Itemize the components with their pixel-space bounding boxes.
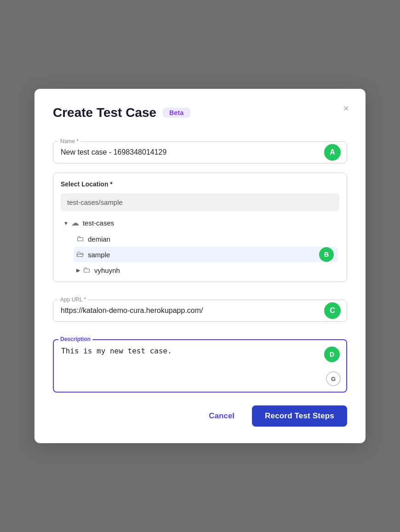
chevron-down-icon: ▼ — [63, 220, 69, 226]
tree-label-demian: demian — [88, 235, 110, 243]
description-wrapper: This is my new test case. D G — [53, 339, 347, 393]
location-tree: ▼ ☁ test-cases 🗀 demian 🗁 sam — [61, 215, 339, 278]
folder-icon-vyhuynh: 🗀 — [83, 266, 91, 275]
location-title: Select Location * — [61, 180, 339, 188]
modal-dialog: Create Test Case Beta × Name * A Select … — [34, 89, 366, 443]
chevron-right-icon: ▶ — [76, 267, 80, 273]
modal-title: Create Test Case — [53, 105, 156, 120]
description-label: Description — [58, 336, 92, 342]
name-label: Name * — [58, 138, 80, 145]
description-avatar: D — [324, 347, 340, 362]
app-url-input-wrapper: C — [53, 300, 347, 322]
tree-label-test-cases: test-cases — [83, 219, 114, 227]
tree-children: 🗀 demian 🗁 sample B ▶ 🗀 — [61, 231, 337, 278]
cloud-icon: ☁ — [71, 218, 79, 228]
folder-open-icon-sample: 🗁 — [76, 250, 84, 259]
description-field-group: Description This is my new test case. D … — [53, 331, 347, 393]
tree-label-vyhuynh: vyhuynh — [94, 266, 120, 274]
app-url-avatar: C — [324, 302, 341, 319]
modal-overlay: Create Test Case Beta × Name * A Select … — [0, 0, 400, 532]
location-section: Select Location * ▼ ☁ test-cases 🗀 demia… — [53, 173, 347, 282]
modal-header: Create Test Case Beta — [53, 105, 347, 120]
cancel-button[interactable]: Cancel — [200, 407, 243, 425]
tree-item-test-cases[interactable]: ▼ ☁ test-cases — [61, 215, 337, 231]
location-path-input[interactable] — [61, 193, 339, 211]
folder-icon-demian: 🗀 — [76, 234, 84, 243]
sample-avatar: B — [319, 247, 334, 262]
record-test-steps-button[interactable]: Record Test Steps — [252, 405, 347, 427]
tree-item-vyhuynh[interactable]: ▶ 🗀 vyhuynh — [74, 262, 337, 278]
name-field-group: Name * A — [53, 133, 347, 163]
tree-item-demian[interactable]: 🗀 demian — [74, 231, 337, 247]
name-input[interactable] — [53, 141, 347, 163]
tree-item-sample[interactable]: 🗁 sample B — [74, 247, 337, 262]
close-button[interactable]: × — [343, 104, 349, 114]
name-input-wrapper: A — [53, 141, 347, 163]
modal-footer: Cancel Record Test Steps — [53, 405, 347, 427]
tree-root-row: ▼ ☁ test-cases 🗀 demian 🗁 sam — [61, 215, 337, 278]
name-avatar: A — [324, 144, 341, 161]
grammarly-button[interactable]: G — [326, 371, 341, 386]
tree-label-sample: sample — [88, 251, 110, 259]
app-url-input[interactable] — [53, 300, 347, 322]
beta-badge: Beta — [163, 108, 190, 118]
description-textarea[interactable]: This is my new test case. — [61, 347, 323, 383]
app-url-label: App URL * — [58, 296, 88, 303]
app-url-field-group: App URL * C — [53, 291, 347, 322]
